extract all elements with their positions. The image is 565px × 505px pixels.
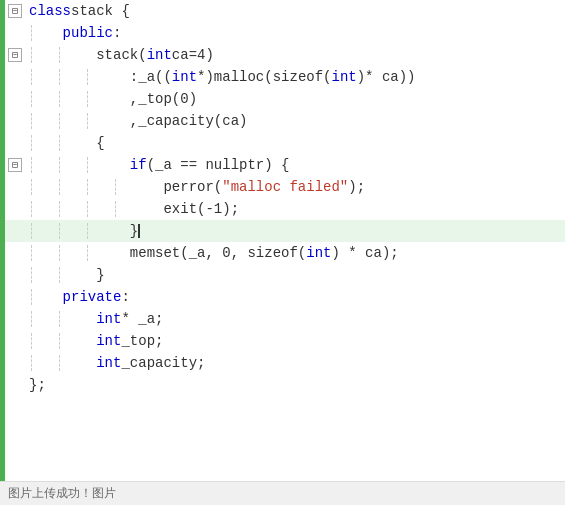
code-line: ⊟class stack { [5, 0, 565, 22]
token-kw: if [130, 154, 147, 176]
fold-icon [5, 22, 25, 44]
indent-guide [59, 69, 60, 85]
indent-guide [31, 223, 32, 239]
indent-guide [31, 91, 32, 107]
fold-icon [5, 220, 25, 242]
code-line: ⊟ if (_a == nullptr) { [5, 154, 565, 176]
indent-guide [59, 47, 60, 63]
fold-icon [5, 308, 25, 330]
indent-space [29, 267, 96, 283]
indent-guide [87, 201, 88, 217]
code-line: int _capacity; [5, 352, 565, 374]
token-normal: : [113, 22, 121, 44]
fold-icon[interactable]: ⊟ [5, 154, 25, 176]
indent-guide [31, 113, 32, 129]
token-normal: perror( [163, 176, 222, 198]
indent-guide [87, 245, 88, 261]
token-normal: )* ca)) [357, 66, 416, 88]
code-cell: int _top; [25, 330, 565, 352]
fold-icon[interactable]: ⊟ [5, 0, 25, 22]
indent-guide [59, 267, 60, 283]
code-line: } [5, 264, 565, 286]
code-line: memset(_a, 0, sizeof(int) * ca); [5, 242, 565, 264]
token-normal: ,_top(0) [130, 88, 197, 110]
code-cell: memset(_a, 0, sizeof(int) * ca); [25, 242, 565, 264]
code-cell: int* _a; [25, 308, 565, 330]
token-red: "malloc failed" [222, 176, 348, 198]
indent-guide [31, 25, 32, 41]
code-cell: int _capacity; [25, 352, 565, 374]
token-normal: * _a; [121, 308, 163, 330]
indent-guide [31, 201, 32, 217]
fold-icon [5, 374, 25, 396]
indent-guide [87, 179, 88, 195]
bottom-bar-text: 图片上传成功！图片 [8, 485, 116, 502]
code-cell: public: [25, 22, 565, 44]
indent-guide [59, 113, 60, 129]
token-normal: memset(_a, 0, sizeof( [130, 242, 306, 264]
token-kw: int [306, 242, 331, 264]
indent-guide [59, 201, 60, 217]
indent-guide [31, 289, 32, 305]
code-cell: } [25, 264, 565, 286]
indent-guide [59, 179, 60, 195]
indent-guide [59, 223, 60, 239]
fold-icon [5, 132, 25, 154]
token-normal: stack( [96, 44, 146, 66]
code-line: ⊟ stack(int ca=4) [5, 44, 565, 66]
code-line: } [5, 220, 565, 242]
token-normal: } [130, 220, 138, 242]
token-kw: int [96, 308, 121, 330]
indent-guide [59, 91, 60, 107]
code-line: :_a((int*)malloc(sizeof(int)* ca)) [5, 66, 565, 88]
code-cell: { [25, 132, 565, 154]
code-line: }; [5, 374, 565, 396]
indent-guide [31, 135, 32, 151]
token-kw: int [96, 352, 121, 374]
code-cell: ,_capacity(ca) [25, 110, 565, 132]
token-normal: :_a(( [130, 66, 172, 88]
code-line: private: [5, 286, 565, 308]
token-normal: ) * ca); [331, 242, 398, 264]
indent-space [29, 289, 63, 305]
indent-space [29, 91, 130, 107]
indent-space [29, 47, 96, 63]
fold-icon [5, 88, 25, 110]
indent-guide [31, 47, 32, 63]
indent-space [29, 311, 96, 327]
indent-space [29, 25, 63, 41]
indent-guide [31, 311, 32, 327]
indent-space [29, 201, 163, 217]
indent-space [29, 157, 130, 173]
indent-guide [31, 245, 32, 261]
code-area: ⊟class stack { public:⊟ stack(int ca=4) … [0, 0, 565, 481]
code-line: perror("malloc failed"); [5, 176, 565, 198]
token-normal: { [96, 132, 104, 154]
indent-guide [59, 135, 60, 151]
token-normal: : [121, 286, 129, 308]
code-line: public: [5, 22, 565, 44]
token-kw: int [331, 66, 356, 88]
token-normal: } [96, 264, 104, 286]
code-cell: :_a((int*)malloc(sizeof(int)* ca)) [25, 66, 565, 88]
token-normal: ,_capacity(ca) [130, 110, 248, 132]
indent-guide [59, 311, 60, 327]
indent-guide [87, 91, 88, 107]
fold-icon[interactable]: ⊟ [5, 44, 25, 66]
fold-icon [5, 330, 25, 352]
code-line: exit(-1); [5, 198, 565, 220]
code-line: int* _a; [5, 308, 565, 330]
token-kw: int [147, 44, 172, 66]
fold-icon [5, 242, 25, 264]
token-normal: *)malloc(sizeof( [197, 66, 331, 88]
indent-guide [31, 333, 32, 349]
indent-space [29, 113, 130, 129]
fold-icon [5, 176, 25, 198]
indent-guide [87, 223, 88, 239]
indent-space [29, 179, 163, 195]
code-cell: }; [25, 374, 565, 396]
token-kw: int [96, 330, 121, 352]
fold-icon [5, 110, 25, 132]
bottom-bar: 图片上传成功！图片 [0, 481, 565, 505]
code-table[interactable]: ⊟class stack { public:⊟ stack(int ca=4) … [5, 0, 565, 481]
